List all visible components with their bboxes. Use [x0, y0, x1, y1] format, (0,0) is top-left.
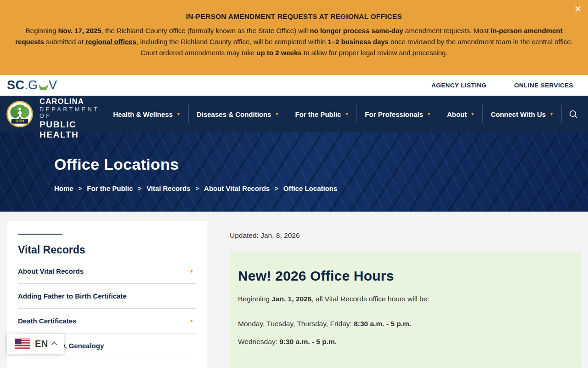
nav-item-label: Diseases & Conditions	[197, 110, 271, 118]
alert-banner: IN-PERSON AMENDMENT REQUESTS AT REGIONAL…	[0, 0, 588, 75]
chevron-down-icon: ▼	[176, 112, 181, 116]
content-area: Vital Records About Vital Records ▼ Addi…	[0, 212, 588, 368]
sidebar-item-label: Death Certificates	[18, 317, 77, 325]
breadcrumb-separator: >	[138, 185, 141, 192]
sidebar-item-death-certificates[interactable]: Death Certificates ▼	[18, 309, 196, 334]
agency-listing-link[interactable]: AGENCY LISTING	[431, 82, 486, 89]
alert-text: no longer process same-day	[310, 27, 403, 34]
hours-text: Jan. 1, 2026	[271, 295, 311, 303]
alert-banner-body: Beginning Nov. 17, 2025, the Richland Co…	[14, 25, 574, 58]
regional-offices-link[interactable]: regional offices	[85, 38, 136, 46]
alert-text: , the Richland County office (formally k…	[101, 27, 310, 34]
office-hours-wednesday: Wednesday: 9:30 a.m. - 5 p.m.	[238, 337, 573, 347]
nav-item-label: Connect With Us	[491, 110, 546, 118]
brand-line-public-health: PUBLIC HEALTH	[40, 120, 105, 140]
search-button[interactable]	[562, 110, 582, 119]
hero-section: Office Locations Home > For the Public >…	[0, 132, 588, 212]
office-hours-weekdays: Monday, Tuesday, Thursday, Friday: 8:30 …	[238, 319, 573, 329]
nav-menu: Health & Wellness ▼ Diseases & Condition…	[105, 105, 582, 123]
search-icon	[569, 110, 578, 119]
chevron-down-icon: ▼	[470, 112, 475, 116]
sidebar-item-about-vital-records[interactable]: About Vital Records ▼	[18, 259, 196, 284]
utility-links: AGENCY LISTING ONLINE SERVICES	[431, 82, 573, 89]
breadcrumb-about-vital-records[interactable]: About Vital Records	[204, 184, 270, 192]
nav-item-health-wellness[interactable]: Health & Wellness ▼	[105, 105, 188, 123]
office-hours-title: New! 2026 Office Hours	[238, 268, 573, 284]
nav-item-for-the-public[interactable]: For the Public ▼	[287, 105, 356, 123]
nav-item-label: Health & Wellness	[113, 110, 173, 118]
updated-date: Updated: Jan. 8, 2026	[230, 231, 581, 240]
brand-text: SOUTH CAROLINA DEPARTMENT OF PUBLIC HEAL…	[40, 88, 105, 140]
sidebar-item-label: Adding Father to Birth Certificate	[18, 292, 127, 300]
sidebar-item-adding-father[interactable]: Adding Father to Birth Certificate	[18, 284, 196, 309]
office-hours-intro: Beginning Jan. 1, 2026, all Vital Record…	[238, 294, 573, 304]
hours-text: Beginning	[238, 295, 271, 303]
hours-text: 8:30 a.m. - 5 p.m.	[354, 320, 411, 328]
alert-text: amendment requests. Most	[403, 27, 491, 34]
alert-text: up to 2 weeks	[256, 49, 301, 57]
language-label: EN	[35, 339, 48, 349]
nav-item-label: About	[447, 110, 467, 118]
chevron-up-icon	[51, 342, 57, 348]
nav-item-for-professionals[interactable]: For Professionals ▼	[357, 105, 439, 123]
brand-line-south-carolina: SOUTH CAROLINA	[40, 88, 105, 106]
chevron-down-icon: ▼	[345, 112, 349, 116]
nav-item-label: For Professionals	[365, 110, 423, 118]
chevron-down-icon: ▼	[549, 112, 554, 116]
breadcrumb-home[interactable]: Home	[54, 184, 74, 192]
chevron-down-icon[interactable]: ▼	[189, 269, 194, 274]
chevron-down-icon: ▼	[275, 112, 279, 116]
breadcrumb-separator: >	[275, 185, 278, 192]
nav-item-label: For the Public	[295, 110, 341, 118]
dph-badge-text: DPH	[16, 119, 24, 123]
nav-item-about[interactable]: About ▼	[439, 105, 482, 123]
alert-text: to allow for proper legal review and pro…	[302, 49, 448, 57]
breadcrumb-current-page: Office Locations	[283, 184, 338, 192]
us-flag-icon	[15, 339, 30, 349]
close-icon[interactable]: ✕	[574, 5, 582, 13]
alert-text: submitted at	[44, 38, 85, 46]
brand-line-department-of: DEPARTMENT OF	[40, 106, 105, 119]
dph-seal-icon: DPH	[6, 98, 33, 130]
main-navigation: DPH SOUTH CAROLINA DEPARTMENT OF PUBLIC …	[0, 96, 588, 132]
alert-text: Beginning	[26, 27, 58, 34]
chevron-down-icon: ▼	[427, 112, 431, 116]
language-selector[interactable]: EN	[7, 334, 64, 354]
page-title: Office Locations	[54, 155, 588, 173]
breadcrumb-separator: >	[79, 185, 82, 192]
sidebar-heading: Vital Records	[18, 244, 196, 256]
alert-text: Nov. 17, 2025	[58, 27, 101, 34]
online-services-link[interactable]: ONLINE SERVICES	[514, 82, 573, 89]
dph-home-logo[interactable]: DPH SOUTH CAROLINA DEPARTMENT OF PUBLIC …	[6, 88, 105, 140]
sidebar-item-divorce-reports[interactable]: Divorce Reports	[18, 358, 196, 368]
sidebar-accent-rule	[18, 234, 62, 235]
breadcrumb-vital-records[interactable]: Vital Records	[147, 184, 191, 192]
hours-text: 9:30 a.m. - 5 p.m.	[279, 338, 337, 345]
office-hours-callout: New! 2026 Office Hours Beginning Jan. 1,…	[230, 252, 581, 368]
hours-text: , all Vital Records office hours will be…	[311, 295, 429, 303]
nav-item-diseases-conditions[interactable]: Diseases & Conditions ▼	[189, 105, 287, 123]
hours-text: Monday, Tuesday, Thursday, Friday:	[238, 320, 354, 328]
alert-banner-title: IN-PERSON AMENDMENT REQUESTS AT REGIONAL…	[14, 12, 574, 21]
chevron-down-icon[interactable]: ▼	[189, 318, 194, 323]
alert-text: 1–2 business days	[328, 38, 389, 46]
alert-text: , including the Richland County office, …	[136, 38, 328, 46]
breadcrumb-for-the-public[interactable]: For the Public	[87, 184, 133, 192]
nav-item-connect-with-us[interactable]: Connect With Us ▼	[483, 105, 561, 123]
sidebar-item-label: About Vital Records	[18, 267, 84, 275]
main-column: Updated: Jan. 8, 2026 New! 2026 Office H…	[230, 212, 581, 368]
breadcrumb-separator: >	[196, 185, 199, 192]
hours-text: Wednesday:	[238, 338, 279, 345]
breadcrumb: Home > For the Public > Vital Records > …	[54, 184, 588, 192]
